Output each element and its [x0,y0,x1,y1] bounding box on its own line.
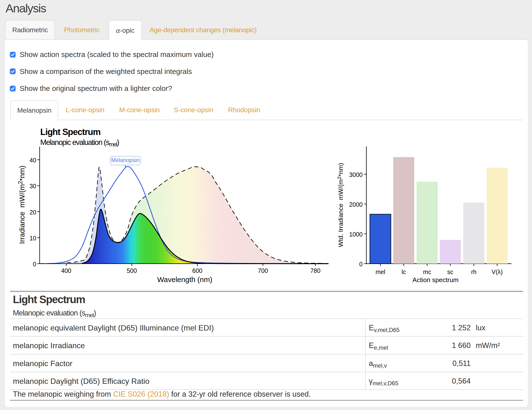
svg-text:2000: 2000 [349,201,363,208]
svg-text:sc: sc [447,269,453,275]
svg-text:10: 10 [29,235,36,242]
svg-text:Irradiance mW/(m2*nm): Irradiance mW/(m2*nm) [17,166,26,244]
svg-text:0: 0 [33,261,36,268]
svg-text:30: 30 [29,183,36,189]
svg-text:Wavelength (nm): Wavelength (nm) [157,276,212,283]
svg-text:780: 780 [310,267,321,274]
svg-text:500: 500 [127,267,137,274]
svg-text:3000: 3000 [349,171,363,178]
svg-text:20: 20 [29,209,36,216]
svg-text:Melanopsin: Melanopsin [111,157,140,163]
svg-text:Action spectrum: Action spectrum [412,276,458,283]
svg-text:Wtd. Irradiance mW/(m2*nm): Wtd. Irradiance mW/(m2*nm) [336,163,344,247]
svg-text:rh: rh [471,269,476,275]
svg-text:Melanopic evaluation (smel): Melanopic evaluation (smel) [40,138,119,148]
svg-text:Light Spectrum: Light Spectrum [40,127,100,137]
svg-text:1000: 1000 [349,231,363,238]
svg-text:40: 40 [29,157,36,164]
svg-text:V(λ): V(λ) [492,269,503,275]
svg-text:0: 0 [359,261,363,268]
svg-text:lc: lc [401,269,406,275]
svg-text:700: 700 [258,267,268,274]
svg-text:400: 400 [61,267,71,274]
svg-text:600: 600 [192,267,202,274]
svg-text:mel: mel [376,269,385,275]
svg-text:mc: mc [423,269,431,275]
